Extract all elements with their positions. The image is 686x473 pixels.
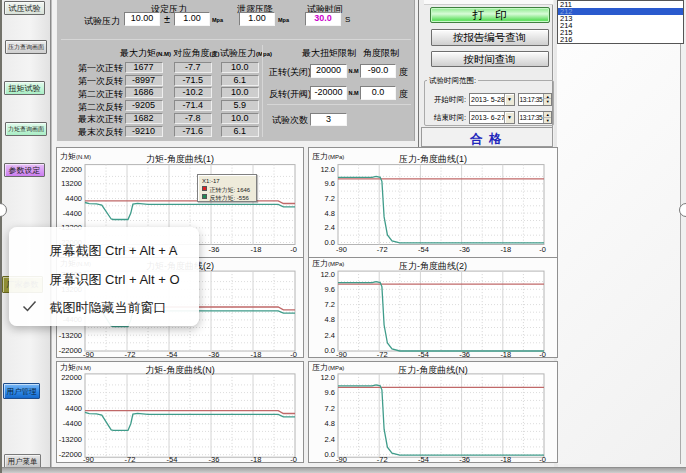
svg-text:9.6: 9.6 (325, 284, 335, 293)
svg-text:0.0: 0.0 (325, 346, 335, 355)
svg-text:4.8: 4.8 (325, 419, 335, 428)
svg-text:-54: -54 (418, 245, 429, 254)
svg-text:-54: -54 (167, 455, 178, 464)
svg-text:-36: -36 (459, 245, 470, 254)
svg-text:2.4: 2.4 (325, 223, 335, 232)
svg-text:22000: 22000 (61, 165, 82, 174)
svg-text:-4400: -4400 (63, 419, 82, 428)
svg-text:-36: -36 (209, 245, 220, 254)
svg-text:-4400: -4400 (63, 209, 82, 218)
svg-text:-72: -72 (125, 455, 136, 464)
svg-text:0.0: 0.0 (325, 450, 335, 459)
svg-text:7.2: 7.2 (325, 194, 335, 203)
svg-text:4400: 4400 (65, 404, 82, 413)
svg-text:4.8: 4.8 (325, 209, 335, 218)
svg-text:13200: 13200 (61, 179, 82, 188)
svg-text:2.4: 2.4 (325, 435, 335, 444)
svg-text:-90: -90 (336, 245, 347, 254)
svg-text:-0: -0 (290, 350, 297, 359)
svg-text:-18: -18 (251, 455, 262, 464)
svg-text:-54: -54 (418, 455, 429, 464)
svg-text:-54: -54 (167, 350, 178, 359)
svg-text:-36: -36 (209, 455, 220, 464)
svg-text:7.2: 7.2 (325, 300, 335, 309)
svg-text:-90: -90 (83, 455, 94, 464)
svg-text:12.0: 12.0 (320, 165, 335, 174)
svg-text:-36: -36 (209, 350, 220, 359)
svg-text:9.6: 9.6 (325, 388, 335, 397)
svg-text:-13200: -13200 (59, 435, 82, 444)
svg-text:-18: -18 (500, 245, 511, 254)
svg-text:0.0: 0.0 (325, 238, 335, 247)
svg-text:-18: -18 (251, 245, 262, 254)
svg-text:-22000: -22000 (59, 346, 82, 355)
svg-text:-90: -90 (83, 350, 94, 359)
svg-text:-90: -90 (336, 455, 347, 464)
svg-text:-0: -0 (539, 245, 546, 254)
svg-text:-36: -36 (459, 455, 470, 464)
svg-text:-72: -72 (125, 350, 136, 359)
svg-text:7.2: 7.2 (325, 404, 335, 413)
svg-text:-18: -18 (251, 350, 262, 359)
svg-text:-13200: -13200 (59, 330, 82, 339)
svg-text:4.8: 4.8 (325, 315, 335, 324)
svg-text:-22000: -22000 (59, 450, 82, 459)
svg-text:-0: -0 (539, 455, 546, 464)
svg-text:-0: -0 (290, 455, 297, 464)
svg-text:-72: -72 (377, 245, 388, 254)
svg-text:-90: -90 (336, 350, 347, 359)
svg-text:-72: -72 (377, 455, 388, 464)
svg-text:4400: 4400 (65, 194, 82, 203)
svg-text:2.4: 2.4 (325, 330, 335, 339)
svg-text:13200: 13200 (61, 388, 82, 397)
svg-text:-18: -18 (500, 455, 511, 464)
svg-text:-0: -0 (290, 245, 297, 254)
svg-text:9.6: 9.6 (325, 179, 335, 188)
svg-text:-72: -72 (377, 350, 388, 359)
